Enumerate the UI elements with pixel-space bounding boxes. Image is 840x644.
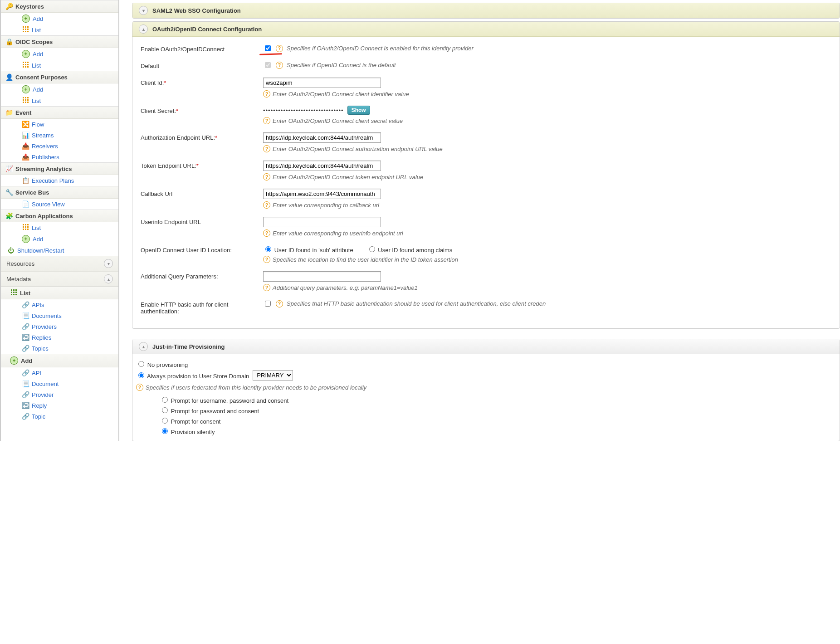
basic-auth-help: Specifies that HTTP basic authentication…: [287, 300, 546, 307]
sidebar-section-servicebus: 🔧 Service Bus: [1, 186, 118, 199]
help-icon[interactable]: ?: [263, 256, 270, 263]
stream-icon: 📊: [22, 132, 29, 139]
show-button[interactable]: Show: [347, 106, 370, 115]
sidebar-section-metadata-add: + Add: [1, 354, 118, 367]
sidebar-item-carbon-add[interactable]: + Add: [1, 233, 118, 245]
client-id-input[interactable]: [263, 78, 381, 88]
sidebar-item-event-receivers[interactable]: 📥 Receivers: [1, 141, 118, 151]
jit-prompt-pc-radio[interactable]: Prompt for password and consent: [160, 406, 259, 415]
sidebar: 🔑 Keystores + Add List 🔒 OIDC Scopes + A…: [0, 0, 119, 441]
api-icon: 🔗: [22, 301, 29, 308]
jit-panel-title: Just-in-Time Provisioning: [152, 343, 225, 350]
help-icon[interactable]: ?: [276, 300, 283, 307]
sidebar-item-keystores-add[interactable]: + Add: [1, 13, 118, 24]
oauth-panel-header[interactable]: ▴ OAuth2/OpenID Connect Configuration: [132, 22, 840, 37]
sidebar-item-shutdown[interactable]: ⏻ Shutdown/Restart: [1, 245, 118, 256]
sidebar-section-consent: 👤 Consent Purposes: [1, 71, 118, 83]
list-icon: [22, 62, 29, 69]
jit-no-prov-radio[interactable]: No provisioning: [136, 360, 188, 368]
jit-panel: ▴ Just-in-Time Provisioning No provision…: [132, 339, 840, 441]
userid-radio-sub[interactable]: User ID found in 'sub' attribute: [263, 245, 353, 254]
basic-auth-checkbox[interactable]: [265, 301, 271, 307]
sidebar-item-add-topic[interactable]: 🔗Topic: [1, 411, 118, 422]
highlight-underline: [259, 53, 282, 55]
token-endpoint-input[interactable]: [263, 161, 381, 171]
sidebar-item-event-flow[interactable]: 🔀 Flow: [1, 119, 118, 130]
enable-oauth-help: Specifies if OAuth2/OpenID Connect is en…: [287, 45, 474, 52]
client-secret-label: Client Secret:*: [141, 106, 259, 114]
jit-prompt-upc-radio[interactable]: Prompt for username, password and consen…: [160, 395, 288, 404]
help-icon[interactable]: ?: [263, 201, 270, 209]
sidebar-item-carbon-list[interactable]: List: [1, 222, 118, 233]
client-id-label: Client Id:*: [141, 78, 259, 86]
jit-domain-select[interactable]: PRIMARY: [253, 370, 293, 381]
sidebar-item-consent-list[interactable]: List: [1, 95, 118, 106]
sidebar-item-apis[interactable]: 🔗APIs: [1, 299, 118, 310]
userid-loc-label: OpenID Connect User ID Location:: [141, 245, 259, 254]
jit-always-prov-radio[interactable]: Always provision to User Store Domain: [136, 371, 249, 380]
userinfo-input[interactable]: [263, 217, 381, 227]
sidebar-item-topics[interactable]: 🔗Topics: [1, 343, 118, 354]
list-icon: [22, 224, 29, 231]
userid-help: Specifies the location to find the user …: [273, 256, 458, 263]
sidebar-item-add-provider[interactable]: 🔗Provider: [1, 389, 118, 400]
help-icon[interactable]: ?: [263, 90, 270, 98]
basic-auth-label: Enable HTTP basic auth for client authen…: [141, 299, 259, 315]
sidebar-section-carbon-apps: 🧩 Carbon Applications: [1, 210, 118, 222]
jit-panel-header[interactable]: ▴ Just-in-Time Provisioning: [132, 339, 840, 354]
help-icon[interactable]: ?: [263, 145, 270, 152]
help-icon[interactable]: ?: [276, 45, 283, 52]
user-icon: 👤: [5, 73, 13, 81]
sidebar-section-metadata-list: List: [1, 287, 118, 299]
client-secret-masked: ••••••••••••••••••••••••••••••••: [263, 107, 344, 114]
topic-icon: 🔗: [22, 413, 29, 420]
plus-icon: +: [22, 235, 30, 243]
help-icon[interactable]: ?: [276, 62, 283, 69]
sidebar-item-add-document[interactable]: 📃Document: [1, 378, 118, 389]
enable-oauth-checkbox[interactable]: [265, 45, 271, 51]
sidebar-category-resources[interactable]: Resources ▾: [1, 256, 118, 271]
sidebar-item-event-streams[interactable]: 📊 Streams: [1, 130, 118, 141]
chevron-up-icon: ▴: [139, 24, 148, 34]
sidebar-item-oidc-list[interactable]: List: [1, 60, 118, 71]
jit-prompt-c-radio[interactable]: Prompt for consent: [160, 416, 220, 425]
sidebar-item-providers[interactable]: 🔗Providers: [1, 321, 118, 332]
chevron-down-icon: ▾: [104, 259, 113, 268]
saml-panel-header[interactable]: ▾ SAML2 Web SSO Configuration: [132, 3, 840, 18]
help-icon[interactable]: ?: [263, 117, 270, 124]
main-content: ▾ SAML2 Web SSO Configuration ▴ OAuth2/O…: [119, 0, 840, 441]
sidebar-section-streaming: 📈 Streaming Analytics: [1, 162, 118, 175]
callback-help: Enter value corresponding to callback ur…: [273, 202, 379, 209]
help-icon[interactable]: ?: [136, 384, 143, 391]
sidebar-item-source-view[interactable]: 📄 Source View: [1, 199, 118, 210]
plus-icon: +: [10, 356, 18, 365]
provider-icon: 🔗: [22, 323, 29, 330]
token-endpoint-help: Enter OAuth2/OpenID Connect token endpoi…: [273, 174, 423, 181]
chevron-up-icon: ▴: [139, 342, 148, 351]
sidebar-category-metadata[interactable]: Metadata ▴: [1, 271, 118, 287]
sidebar-item-oidc-add[interactable]: + Add: [1, 48, 118, 60]
sidebar-item-add-api[interactable]: 🔗API: [1, 367, 118, 378]
sidebar-item-documents[interactable]: 📃Documents: [1, 310, 118, 321]
sidebar-item-add-reply[interactable]: ↩️Reply: [1, 400, 118, 411]
auth-endpoint-input[interactable]: [263, 132, 381, 143]
callback-input[interactable]: [263, 189, 381, 199]
help-icon[interactable]: ?: [263, 284, 270, 291]
sidebar-item-event-publishers[interactable]: 📤 Publishers: [1, 151, 118, 162]
sidebar-item-replies[interactable]: ↩️Replies: [1, 332, 118, 343]
help-icon[interactable]: ?: [263, 173, 270, 181]
flow-icon: 🔀: [22, 121, 29, 128]
sidebar-item-keystores-list[interactable]: List: [1, 24, 118, 35]
jit-silent-radio[interactable]: Provision silently: [160, 427, 215, 435]
help-icon[interactable]: ?: [263, 229, 270, 237]
doc-icon: 📃: [22, 312, 29, 319]
default-help: Specifies if OpenID Connect is the defau…: [287, 62, 396, 68]
sidebar-item-execution-plans[interactable]: 📋 Execution Plans: [1, 175, 118, 186]
bus-icon: 🔧: [5, 189, 13, 196]
jit-help: Specifies if users federated from this i…: [146, 384, 366, 391]
userid-radio-claims[interactable]: User ID found among claims: [367, 245, 453, 254]
addl-query-input[interactable]: [263, 271, 381, 282]
oauth-panel-title: OAuth2/OpenID Connect Configuration: [152, 26, 262, 33]
folder-icon: 📁: [5, 109, 13, 116]
sidebar-item-consent-add[interactable]: + Add: [1, 83, 118, 95]
